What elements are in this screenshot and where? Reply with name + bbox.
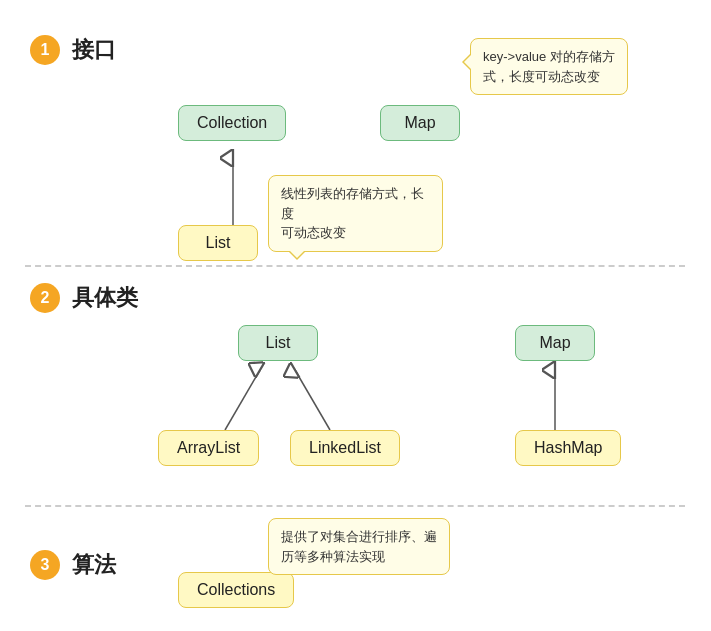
callout-collections: 提供了对集合进行排序、遍历等多种算法实现 [268,518,450,575]
svg-line-4 [225,370,260,430]
map-box-section2: Map [515,325,595,361]
diagram-container: 1 接口 Collection Map List 线性列表的存储方式，长度可动态… [0,0,711,631]
linkedlist-box: LinkedList [290,430,400,466]
section3-number: 3 [30,550,60,580]
collections-box: Collections [178,572,294,608]
section2-number: 2 [30,283,60,313]
map-box-section1: Map [380,105,460,141]
section1-number: 1 [30,35,60,65]
section2-title: 具体类 [72,283,138,313]
arraylist-box: ArrayList [158,430,259,466]
divider-1 [25,265,685,267]
list-box-section2: List [238,325,318,361]
svg-line-5 [295,370,330,430]
section3-title: 算法 [72,550,116,580]
hashmap-box: HashMap [515,430,621,466]
section1-label: 1 接口 [30,35,116,65]
collection-box: Collection [178,105,286,141]
list-box-section1: List [178,225,258,261]
callout-map: key->value 对的存储方式，长度可动态改变 [470,38,628,95]
section2-label: 2 具体类 [30,283,138,313]
callout-list: 线性列表的存储方式，长度可动态改变 [268,175,443,252]
section1-title: 接口 [72,35,116,65]
divider-2 [25,505,685,507]
section3-label: 3 算法 [30,550,116,580]
